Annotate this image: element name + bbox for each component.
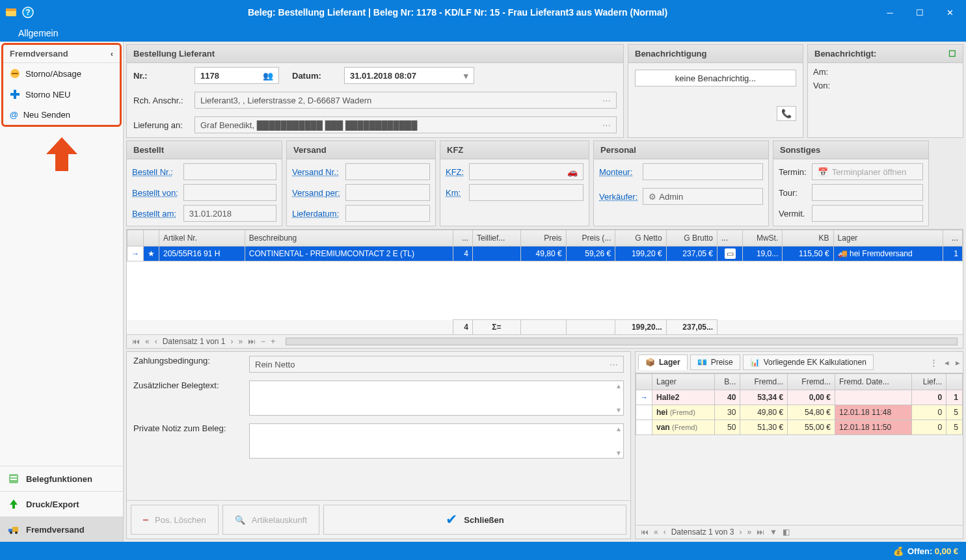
col-preis[interactable]: Preis <box>520 230 566 247</box>
sidebar-item-storno-neu[interactable]: Storno NEU <box>3 84 120 105</box>
nav-nextpage[interactable]: » <box>747 527 751 537</box>
nav-pin-icon[interactable]: ◧ <box>783 527 790 537</box>
col-gbrutto[interactable]: G Brutto <box>666 230 717 247</box>
rgrid-row[interactable]: hei (Fremd)3049,80 €54,80 €12.01.18 11:4… <box>636 405 963 420</box>
more-icon[interactable]: ⋯ <box>610 360 618 369</box>
nav-first[interactable]: ⏮ <box>132 337 140 346</box>
pn-textarea[interactable]: ▲▼ <box>249 423 624 459</box>
rcol-fd[interactable]: Fremd. Date... <box>835 374 912 390</box>
versand-nr-field[interactable] <box>345 163 430 180</box>
col-ico[interactable]: ... <box>718 230 743 247</box>
cell-gnetto: 199,20 € <box>615 247 666 261</box>
sidebar-item-storno-absage[interactable]: Storno/Absage <box>3 63 120 84</box>
nr-field[interactable]: 1178👥 <box>195 67 279 84</box>
tab-preise[interactable]: 💶Preise <box>690 354 740 370</box>
zb-field[interactable]: Rein Netto⋯ <box>249 356 624 373</box>
col-star[interactable] <box>144 230 159 247</box>
lieferung-field[interactable]: Graf Benedikt, ███████████ ███ █████████… <box>195 116 617 133</box>
sidebar-item-neu-senden[interactable]: @ Neu Senden <box>3 105 120 125</box>
bestell-nr-field[interactable] <box>183 163 276 180</box>
kfz-field[interactable]: 🚗 <box>469 163 584 180</box>
nav-next[interactable]: › <box>230 337 233 346</box>
datum-field[interactable]: 31.01.2018 08:07▾ <box>344 67 474 84</box>
verkaeufer-field[interactable]: ⚙Admin <box>643 188 763 205</box>
more-icon[interactable]: ⋯ <box>602 96 611 105</box>
sidebar-tab-belegfunktionen[interactable]: Belegfunktionen <box>0 466 123 491</box>
monteur-field[interactable] <box>643 163 763 180</box>
phone-icon[interactable]: 📞 <box>777 106 796 121</box>
rcol-f2[interactable]: Fremd... <box>788 374 835 390</box>
btn-artikelauskunft[interactable]: 🔍 Artikelauskunft <box>222 505 319 535</box>
sidebar-header[interactable]: Fremdversand ‹ <box>3 45 120 63</box>
rcol-f1[interactable]: Fremd... <box>740 374 788 390</box>
tour-field[interactable] <box>812 184 923 201</box>
col-preis2[interactable]: Preis (... <box>566 230 615 247</box>
close-button[interactable]: ✕ <box>941 8 958 18</box>
datum-label: Datum: <box>292 71 338 81</box>
tab-scroll-right[interactable]: ▸ <box>956 358 960 367</box>
col-kb[interactable]: KB <box>783 230 833 247</box>
help-icon[interactable]: ? <box>22 7 34 18</box>
nav-last[interactable]: ⏭ <box>757 527 764 537</box>
rch-field[interactable]: Lieferant3, , Lieferstrasse 2, D-66687 W… <box>195 92 617 109</box>
nav-prev[interactable]: ‹ <box>155 337 157 346</box>
truck-icon <box>8 524 20 535</box>
btn-schliessen[interactable]: ✔ Schließen <box>323 505 626 535</box>
tab-lager[interactable]: 📦Lager <box>638 354 688 370</box>
btn-pos-loeschen[interactable]: ━ Pos. Löschen <box>131 505 219 535</box>
nav-last[interactable]: ⏭ <box>248 337 256 346</box>
tab-allgemein[interactable]: Allgemein <box>12 26 64 40</box>
nav-minus[interactable]: − <box>261 337 265 346</box>
nav-next[interactable]: › <box>739 527 742 537</box>
scroll-up-icon[interactable]: ▲ <box>615 425 622 433</box>
bestellt-am-field[interactable]: 31.01.2018 <box>183 205 276 222</box>
checkbox-icon[interactable]: ☐ <box>948 49 956 59</box>
rcol-lf[interactable]: Lief... <box>911 374 946 390</box>
col-teillief[interactable]: Teillief... <box>472 230 520 247</box>
col-last[interactable]: ... <box>943 230 962 247</box>
tab-ek[interactable]: 📊Vorliegende EK Kalkulationen <box>743 354 874 370</box>
col-mwst[interactable]: MwSt. <box>743 230 783 247</box>
nav-prevpage[interactable]: « <box>654 527 658 537</box>
nav-first[interactable]: ⏮ <box>641 527 649 537</box>
rcol-b[interactable]: B... <box>715 374 740 390</box>
benachrichtigung-button[interactable]: keine Benachrichtig... <box>635 70 796 87</box>
minimize-button[interactable]: ─ <box>881 8 898 18</box>
col-artikel[interactable]: Artikel Nr. <box>159 230 245 247</box>
col-gnetto[interactable]: G Netto <box>615 230 666 247</box>
lieferdatum-field[interactable] <box>345 205 430 222</box>
versand-per-field[interactable] <box>345 184 430 201</box>
rgrid-row[interactable]: van (Fremd)5051,30 €55,00 €12.01.18 11:5… <box>636 420 963 435</box>
zbt-textarea[interactable]: ▲▼ <box>249 380 624 416</box>
scroll-down-icon[interactable]: ▼ <box>615 449 622 457</box>
col-menge[interactable]: ... <box>453 230 472 247</box>
rgrid-row[interactable]: →Halle24053,34 €0,00 €01 <box>636 390 963 405</box>
status-offen-label: Offen: <box>907 546 932 556</box>
nav-nextpage[interactable]: » <box>238 337 243 346</box>
tab-scroll-left[interactable]: ◂ <box>945 358 949 367</box>
scroll-up-icon[interactable]: ▲ <box>615 382 622 390</box>
col-lager[interactable]: Lager <box>833 230 943 247</box>
panel-title: Sonstiges <box>773 141 928 159</box>
col-arrow[interactable] <box>127 230 144 247</box>
col-beschr[interactable]: Beschreibung <box>245 230 453 247</box>
scroll-down-icon[interactable]: ▼ <box>615 407 622 414</box>
tab-dropdown-icon[interactable]: ⋮ <box>930 358 938 367</box>
vermit-field[interactable] <box>812 205 923 222</box>
nav-prev[interactable]: ‹ <box>664 527 666 537</box>
km-field[interactable] <box>469 184 584 201</box>
sidebar-tab-fremdversand[interactable]: Fremdversand <box>0 516 123 542</box>
nav-plus[interactable]: + <box>271 337 275 346</box>
rcol-lager[interactable]: Lager <box>652 374 715 390</box>
nav-filter-icon[interactable]: ▼ <box>770 527 777 537</box>
more-icon[interactable]: ⋯ <box>602 120 611 130</box>
nav-prevpage[interactable]: « <box>145 337 150 346</box>
bestellt-von-field[interactable] <box>183 184 276 201</box>
termin-field[interactable]: 📅Terminplaner öffnen <box>812 163 923 180</box>
rcol-arrow[interactable] <box>636 374 652 390</box>
maximize-button[interactable]: ☐ <box>911 8 928 18</box>
grid-row[interactable]: → ★ 205/55R16 91 H CONTINENTAL - PREMIUM… <box>127 247 963 261</box>
sidebar-tab-druck-export[interactable]: Druck/Export <box>0 491 123 516</box>
rcol-last[interactable] <box>946 374 963 390</box>
scrollbar[interactable] <box>286 338 958 345</box>
